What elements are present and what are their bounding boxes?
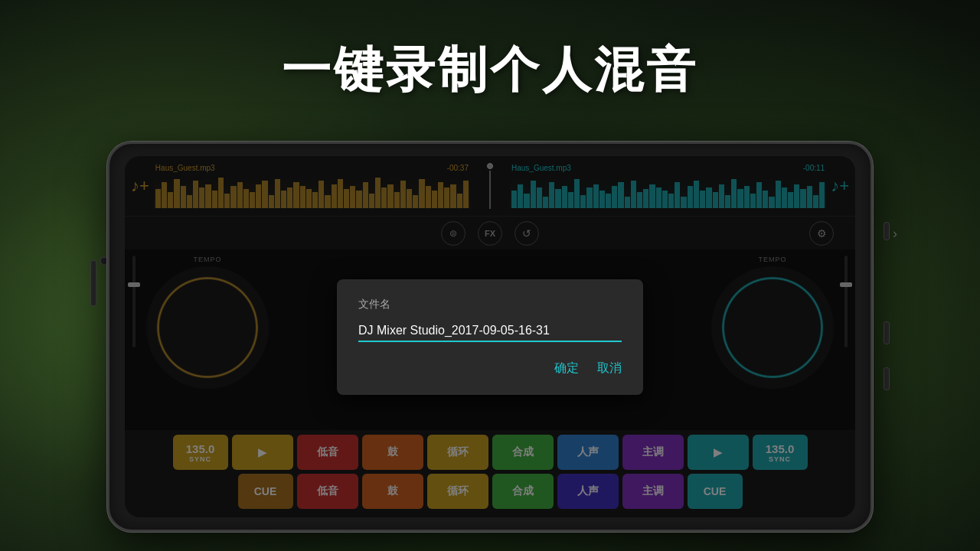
- filename-input[interactable]: [358, 321, 622, 342]
- dialog-box: 文件名 确定 取消: [337, 279, 643, 395]
- dialog-actions: 确定 取消: [358, 360, 622, 377]
- phone-btn-home: [884, 321, 890, 344]
- cancel-button[interactable]: 取消: [597, 360, 622, 377]
- phone-btn-left: [90, 260, 96, 306]
- dialog-overlay: 文件名 确定 取消: [125, 156, 855, 517]
- phone-btn-lines: [884, 367, 890, 390]
- phone-screen: ♪+ Haus_Guest.mp3 -00:37: [125, 156, 855, 517]
- dialog-title: 文件名: [358, 298, 622, 311]
- confirm-button[interactable]: 确定: [554, 360, 579, 377]
- phone-btn-right-volume: [884, 222, 890, 240]
- page-title: 一键录制个人混音: [0, 37, 980, 103]
- phone-frame: ♪+ Haus_Guest.mp3 -00:37: [107, 142, 873, 532]
- chevron-down-icon: ›: [893, 226, 897, 242]
